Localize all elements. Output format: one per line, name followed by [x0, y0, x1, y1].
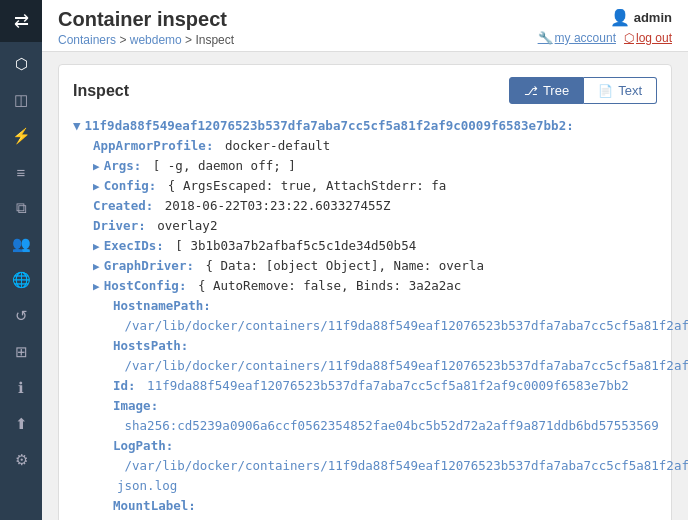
sidebar-item-networks[interactable]: ⚡ [3, 120, 39, 152]
expand-arrow[interactable]: ▶ [93, 258, 100, 276]
value-label: { ArgsEscaped: true, AttachStderr: fa [160, 176, 446, 196]
text-icon: 📄 [598, 84, 613, 98]
key-label: Id: [113, 376, 136, 396]
container-id: 11f9da88f549eaf12076523b537dfa7aba7cc5cf… [85, 116, 574, 136]
value-label: { Data: [object Object], Name: overla [198, 256, 484, 276]
value-label: overlay2 [150, 216, 218, 236]
tree-row: Driver: overlay2 [73, 216, 657, 236]
log-out-link[interactable]: ⬡ log out [624, 31, 672, 45]
tree-button[interactable]: ⎇ Tree [509, 77, 584, 104]
value-label: sha256:cd5239a0906a6ccf0562354852fae04bc… [117, 416, 659, 436]
value-label: /var/lib/docker/containers/11f9da88f549e… [117, 316, 688, 336]
sidebar-item-images[interactable]: ◫ [3, 84, 39, 116]
expand-arrow[interactable]: ▶ [93, 158, 100, 176]
sidebar: ⇄ ⬡ ◫ ⚡ ≡ ⧉ 👥 🌐 ↺ ⊞ ℹ ⬆ ⚙ [0, 0, 42, 520]
expand-arrow[interactable]: ▶ [93, 278, 100, 296]
tree-row: Created: 2018-06-22T03:23:22.603327455Z [73, 196, 657, 216]
tree-row: ▶ Config: { ArgsEscaped: true, AttachStd… [73, 176, 657, 196]
sidebar-item-settings[interactable]: ⚙ [3, 444, 39, 476]
inspect-card: Inspect ⎇ Tree 📄 Text ▼ 11f9d [58, 64, 672, 520]
sidebar-item-users[interactable]: 👥 [3, 228, 39, 260]
tree-root: ▼ 11f9da88f549eaf12076523b537dfa7aba7cc5… [73, 116, 657, 136]
breadcrumb-sep1: > [119, 33, 129, 47]
key-label: Config: [104, 176, 157, 196]
sidebar-item-list[interactable]: ≡ [3, 156, 39, 188]
tree-row: AppArmorProfile: docker-default [73, 136, 657, 156]
logout-icon: ⬡ [624, 31, 634, 45]
text-button[interactable]: 📄 Text [584, 77, 657, 104]
header-links: 🔧 my account ⬡ log out [538, 31, 672, 45]
sidebar-item-stacks[interactable]: ⧉ [3, 192, 39, 224]
value-label: 2018-06-22T03:23:22.603327455Z [157, 196, 390, 216]
tree-view: ▼ 11f9da88f549eaf12076523b537dfa7aba7cc5… [73, 116, 657, 516]
user-info: 👤 admin [610, 8, 672, 27]
main-area: Container inspect Containers > webdemo >… [42, 0, 688, 520]
key-label: MountLabel: [113, 496, 196, 516]
breadcrumb-current: Inspect [195, 33, 234, 47]
breadcrumb-sep2: > [185, 33, 195, 47]
key-label: Driver: [93, 216, 146, 236]
page-header: Container inspect Containers > webdemo >… [42, 0, 688, 52]
user-avatar-icon: 👤 [610, 8, 630, 27]
inspect-header: Inspect ⎇ Tree 📄 Text [73, 77, 657, 104]
breadcrumb: Containers > webdemo > Inspect [58, 33, 234, 47]
key-label: GraphDriver: [104, 256, 194, 276]
key-label: Image: [113, 396, 158, 416]
key-label: Created: [93, 196, 153, 216]
sidebar-item-upload[interactable]: ⬆ [3, 408, 39, 440]
sidebar-logo[interactable]: ⇄ [0, 0, 42, 42]
key-label: ExecIDs: [104, 236, 164, 256]
sidebar-item-containers[interactable]: ⬡ [3, 48, 39, 80]
tree-row: ▶ Args: [ -g, daemon off; ] [73, 156, 657, 176]
value-label: /var/lib/docker/containers/11f9da88f549e… [117, 456, 688, 496]
expand-arrow[interactable]: ▶ [93, 178, 100, 196]
wrench-icon: 🔧 [538, 31, 553, 45]
sidebar-item-history[interactable]: ↺ [3, 300, 39, 332]
tree-row: ▶ ExecIDs: [ 3b1b03a7b2afbaf5c5c1de34d50… [73, 236, 657, 256]
header-right: 👤 admin 🔧 my account ⬡ log out [538, 8, 672, 45]
value-label: [ -g, daemon off; ] [145, 156, 296, 176]
value-label: { AutoRemove: false, Binds: 3a2a2ac [190, 276, 461, 296]
tree-row: LogPath: /var/lib/docker/containers/11f9… [73, 436, 657, 496]
tree-row: HostsPath: /var/lib/docker/containers/11… [73, 336, 657, 376]
key-label: Args: [104, 156, 142, 176]
tree-row: HostnamePath: /var/lib/docker/containers… [73, 296, 657, 336]
tree-row: ▶ GraphDriver: { Data: [object Object], … [73, 256, 657, 276]
view-toggle: ⎇ Tree 📄 Text [509, 77, 657, 104]
header-left: Container inspect Containers > webdemo >… [58, 8, 234, 47]
key-label: HostnamePath: [113, 296, 211, 316]
inspect-title: Inspect [73, 82, 129, 100]
my-account-link[interactable]: 🔧 my account [538, 31, 616, 45]
sidebar-item-tiles[interactable]: ⊞ [3, 336, 39, 368]
key-label: HostConfig: [104, 276, 187, 296]
sidebar-item-globe[interactable]: 🌐 [3, 264, 39, 296]
value-label: docker-default [217, 136, 330, 156]
tree-row: Image: sha256:cd5239a0906a6ccf0562354852… [73, 396, 657, 436]
breadcrumb-containers[interactable]: Containers [58, 33, 116, 47]
username-label: admin [634, 10, 672, 25]
content-area: Inspect ⎇ Tree 📄 Text ▼ 11f9d [42, 52, 688, 520]
key-label: LogPath: [113, 436, 173, 456]
page-title: Container inspect [58, 8, 234, 31]
value-label: /var/lib/docker/containers/11f9da88f549e… [117, 356, 688, 376]
sidebar-item-info[interactable]: ℹ [3, 372, 39, 404]
expand-arrow[interactable]: ▶ [93, 238, 100, 256]
tree-row: MountLabel: [73, 496, 657, 516]
tree-row: ▶ HostConfig: { AutoRemove: false, Binds… [73, 276, 657, 296]
value-label: [ 3b1b03a7b2afbaf5c5c1de34d50b54 [168, 236, 416, 256]
tree-row: Id: 11f9da88f549eaf12076523b537dfa7aba7c… [73, 376, 657, 396]
breadcrumb-webdemo[interactable]: webdemo [130, 33, 182, 47]
tree-icon: ⎇ [524, 84, 538, 98]
key-label: AppArmorProfile: [93, 136, 213, 156]
root-arrow: ▼ [73, 116, 81, 136]
value-label: 11f9da88f549eaf12076523b537dfa7aba7cc5cf… [140, 376, 629, 396]
key-label: HostsPath: [113, 336, 188, 356]
